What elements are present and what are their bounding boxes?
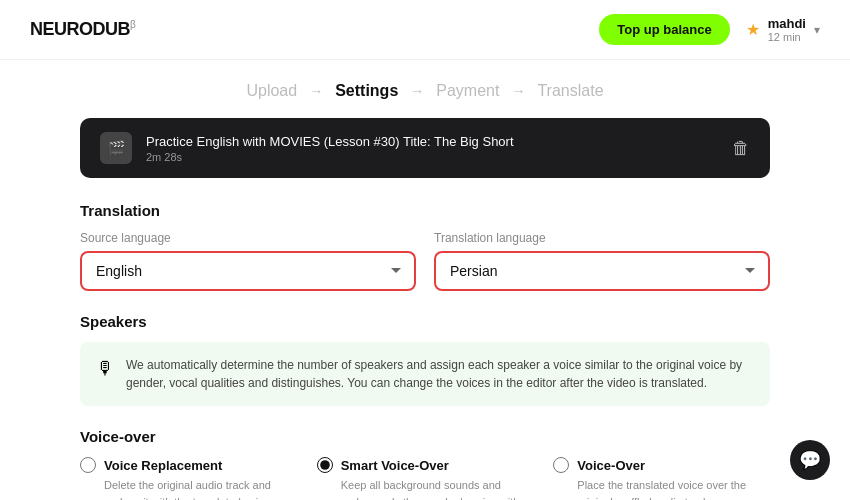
voiceover-option-smart-header: Smart Voice-Over — [317, 457, 534, 473]
speakers-section-label: Speakers — [80, 313, 770, 330]
voiceover-option-standard-header: Voice-Over — [553, 457, 770, 473]
dropdowns-row: Source language English Spanish French G… — [80, 231, 770, 291]
source-language-group: Source language English Spanish French G… — [80, 231, 416, 291]
speakers-info-text: We automatically determine the number of… — [126, 356, 754, 392]
source-language-label: Source language — [80, 231, 416, 245]
video-icon: 🎬 — [100, 132, 132, 164]
header-right: Top up balance ★ mahdi 12 min ▾ — [599, 14, 820, 45]
translation-section-label: Translation — [80, 202, 770, 219]
user-name: mahdi — [768, 16, 806, 31]
breadcrumb: Upload → Settings → Payment → Translate — [0, 60, 850, 118]
logo-text: NEURODUB — [30, 19, 130, 39]
voiceover-option-replacement-header: Voice Replacement — [80, 457, 297, 473]
video-card: 🎬 Practice English with MOVIES (Lesson #… — [80, 118, 770, 178]
video-card-left: 🎬 Practice English with MOVIES (Lesson #… — [100, 132, 514, 164]
target-language-group: Translation language Persian English Spa… — [434, 231, 770, 291]
target-language-select[interactable]: Persian English Spanish French German — [434, 251, 770, 291]
arrow-3: → — [511, 83, 525, 99]
main-content: 🎬 Practice English with MOVIES (Lesson #… — [0, 118, 850, 500]
speakers-section: Speakers 🎙 We automatically determine th… — [80, 313, 770, 406]
voiceover-replacement-desc: Delete the original audio track and repl… — [80, 477, 297, 500]
chevron-down-icon: ▾ — [814, 23, 820, 37]
voiceover-options: Voice Replacement Delete the original au… — [80, 457, 770, 500]
star-icon: ★ — [746, 20, 760, 39]
chat-icon: 💬 — [799, 449, 821, 471]
voiceover-smart-desc: Keep all background sounds and replace o… — [317, 477, 534, 500]
voiceover-smart-title: Smart Voice-Over — [341, 458, 449, 473]
user-time: 12 min — [768, 31, 806, 43]
voiceover-standard-radio[interactable] — [553, 457, 569, 473]
translation-section: Translation Source language English Span… — [80, 202, 770, 291]
target-language-label: Translation language — [434, 231, 770, 245]
chat-bubble-button[interactable]: 💬 — [790, 440, 830, 480]
arrow-2: → — [410, 83, 424, 99]
voiceover-smart-radio[interactable] — [317, 457, 333, 473]
arrow-1: → — [309, 83, 323, 99]
voiceover-replacement-title: Voice Replacement — [104, 458, 222, 473]
step-translate[interactable]: Translate — [537, 82, 603, 100]
voiceover-section: Voice-over Voice Replacement Delete the … — [80, 428, 770, 500]
mic-icon: 🎙 — [96, 358, 114, 379]
user-menu[interactable]: ★ mahdi 12 min ▾ — [746, 16, 820, 43]
logo-superscript: β — [130, 19, 135, 30]
logo: NEURODUBβ — [30, 19, 135, 40]
voiceover-section-label: Voice-over — [80, 428, 770, 445]
header: NEURODUBβ Top up balance ★ mahdi 12 min … — [0, 0, 850, 60]
voiceover-standard-desc: Place the translated voice over the orig… — [553, 477, 770, 500]
voiceover-option-replacement: Voice Replacement Delete the original au… — [80, 457, 297, 500]
user-text: mahdi 12 min — [768, 16, 806, 43]
voiceover-option-smart: Smart Voice-Over Keep all background sou… — [317, 457, 534, 500]
speakers-info-box: 🎙 We automatically determine the number … — [80, 342, 770, 406]
delete-video-button[interactable]: 🗑 — [732, 138, 750, 159]
video-duration: 2m 28s — [146, 151, 514, 163]
video-info: Practice English with MOVIES (Lesson #30… — [146, 134, 514, 163]
voiceover-replacement-radio[interactable] — [80, 457, 96, 473]
step-upload[interactable]: Upload — [246, 82, 297, 100]
voiceover-standard-title: Voice-Over — [577, 458, 645, 473]
step-settings[interactable]: Settings — [335, 82, 398, 100]
video-title: Practice English with MOVIES (Lesson #30… — [146, 134, 514, 149]
top-up-button[interactable]: Top up balance — [599, 14, 729, 45]
step-payment[interactable]: Payment — [436, 82, 499, 100]
voiceover-option-standard: Voice-Over Place the translated voice ov… — [553, 457, 770, 500]
source-language-select[interactable]: English Spanish French German Arabic — [80, 251, 416, 291]
